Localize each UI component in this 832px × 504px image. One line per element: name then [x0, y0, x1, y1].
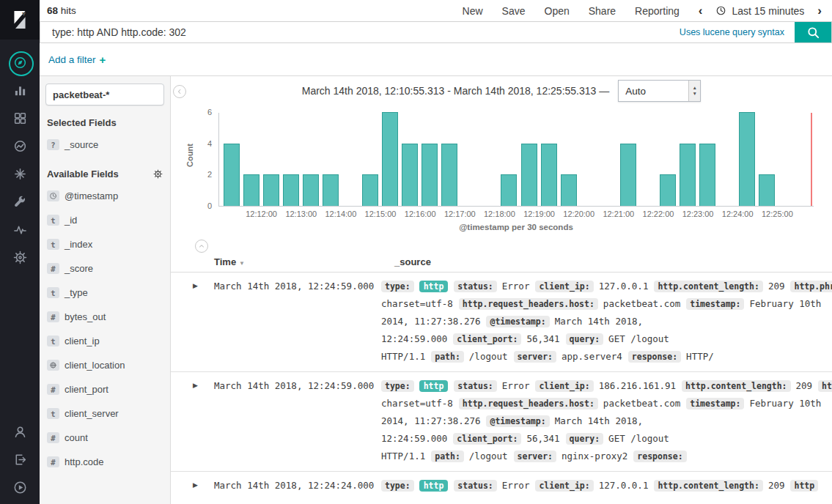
- field-item-_index[interactable]: t_index: [40, 232, 170, 256]
- search-button[interactable]: [795, 22, 831, 42]
- histogram-bar[interactable]: [382, 112, 398, 206]
- time-forward-icon[interactable]: ›: [817, 4, 822, 17]
- dashboard-icon[interactable]: [0, 104, 40, 132]
- source-column-header: _source: [394, 256, 431, 267]
- histogram-bar[interactable]: [561, 174, 577, 206]
- histogram-bar[interactable]: [501, 174, 517, 206]
- y-tick-label: 0: [171, 201, 212, 210]
- source-field-name: http.request_headers.host:: [459, 298, 598, 310]
- histogram-bar[interactable]: [283, 174, 299, 206]
- menu-reporting[interactable]: Reporting: [635, 5, 680, 17]
- rail-nav: [0, 48, 40, 271]
- available-fields-header: Available Fields: [47, 168, 163, 179]
- collapse-sidebar-button[interactable]: [173, 85, 186, 98]
- source-field-name: server:: [514, 451, 556, 462]
- expand-row-icon[interactable]: ▶: [193, 282, 198, 289]
- available-fields-label: Available Fields: [47, 168, 119, 179]
- field-type-t-icon: t: [47, 336, 59, 346]
- histogram-bar[interactable]: [541, 144, 557, 206]
- histogram-bar[interactable]: [303, 174, 319, 206]
- collapse-chart-button[interactable]: [195, 240, 208, 253]
- rail-bottom: [0, 418, 40, 504]
- time-column-header[interactable]: Time▼: [214, 256, 245, 267]
- histogram-bar[interactable]: [421, 144, 438, 206]
- histogram-bar[interactable]: [243, 174, 259, 206]
- interval-select[interactable]: Auto ▲ ▼: [618, 80, 701, 102]
- doc-table-body: ▶March 14th 2018, 12:24:59.000type:https…: [171, 273, 832, 500]
- machine-learning-icon[interactable]: [0, 160, 40, 188]
- discover-icon[interactable]: [0, 48, 40, 76]
- source-field-name: @timestamp:: [486, 316, 549, 327]
- add-filter-plus-icon[interactable]: +: [100, 53, 106, 66]
- field-name: _score: [65, 263, 93, 274]
- time-picker-label: Last 15 minutes: [732, 5, 804, 17]
- histogram-bar[interactable]: [680, 144, 696, 206]
- search-input[interactable]: [40, 22, 680, 42]
- field-item-_source[interactable]: ?_source: [40, 133, 170, 157]
- field-settings-gear-icon[interactable]: [153, 169, 163, 179]
- field-item-client_ip[interactable]: tclient_ip: [40, 329, 170, 353]
- expand-row-icon[interactable]: ▶: [193, 481, 198, 489]
- field-item-@timestamp[interactable]: @timestamp: [40, 184, 170, 208]
- field-item-count[interactable]: #count: [40, 426, 170, 450]
- histogram-bar[interactable]: [739, 112, 755, 206]
- monitoring-icon[interactable]: [0, 215, 40, 243]
- field-item-_score[interactable]: #_score: [40, 256, 170, 281]
- field-name: client_port: [65, 384, 108, 395]
- source-field-value: packetbeat.com: [603, 298, 680, 309]
- timelion-icon[interactable]: [0, 132, 40, 160]
- field-type-t-icon: t: [47, 215, 59, 226]
- menu-share[interactable]: Share: [589, 5, 616, 17]
- add-filter-link[interactable]: Add a filter: [48, 54, 96, 65]
- source-field-name: status:: [454, 480, 496, 492]
- index-pattern-selector[interactable]: packetbeat-* ▾: [45, 84, 164, 105]
- management-icon[interactable]: [0, 243, 40, 271]
- histogram-bar[interactable]: [224, 144, 240, 206]
- field-type-#-icon: #: [47, 432, 59, 443]
- menu-new[interactable]: New: [463, 5, 483, 17]
- histogram-bar[interactable]: [402, 144, 418, 206]
- field-item-client_server[interactable]: tclient_server: [40, 401, 170, 426]
- histogram-bar[interactable]: [620, 144, 636, 206]
- y-tick-label: 6: [171, 108, 212, 116]
- histogram-bar[interactable]: [441, 144, 457, 206]
- histogram-bar[interactable]: [699, 144, 715, 206]
- field-item-bytes_out[interactable]: #bytes_out: [40, 305, 170, 329]
- expand-icon[interactable]: [0, 473, 40, 501]
- histogram-bar[interactable]: [521, 144, 537, 206]
- field-type-clock-icon: [47, 190, 59, 201]
- field-name: client_location: [65, 360, 125, 371]
- lucene-syntax-link[interactable]: Uses lucene query syntax: [680, 27, 784, 37]
- time-picker[interactable]: Last 15 minutes: [715, 5, 804, 17]
- histogram-bar[interactable]: [759, 174, 775, 206]
- field-item-_id[interactable]: t_id: [40, 208, 170, 232]
- source-field-name: client_ip:: [535, 480, 593, 492]
- histogram-bar[interactable]: [263, 174, 279, 206]
- time-back-icon[interactable]: ‹: [699, 4, 703, 17]
- histogram-bar[interactable]: [362, 174, 378, 206]
- source-field-name: response:: [628, 351, 681, 363]
- field-item-client_port[interactable]: #client_port: [40, 377, 170, 401]
- source-field-value: HTTP/: [686, 351, 714, 362]
- source-field-value: 186.216.161.91: [599, 380, 676, 391]
- sort-desc-icon: ▼: [239, 260, 245, 267]
- doc-source: type:httpstatus:Errorclient_ip:186.216.1…: [381, 377, 823, 465]
- histogram-plot[interactable]: [218, 113, 814, 207]
- field-item-client_location[interactable]: client_location: [40, 353, 170, 377]
- hits-label: hits: [61, 5, 76, 16]
- histogram-bar[interactable]: [660, 174, 676, 206]
- logout-icon[interactable]: [0, 445, 40, 473]
- source-field-value: 127.0.0.1: [599, 480, 649, 491]
- dev-tools-icon[interactable]: [0, 188, 40, 215]
- menu-save[interactable]: Save: [502, 5, 526, 17]
- table-row: ▶March 14th 2018, 12:24:59.000type:https…: [171, 273, 832, 371]
- histogram-bar[interactable]: [323, 174, 339, 206]
- expand-row-icon[interactable]: ▶: [193, 382, 198, 389]
- visualize-icon[interactable]: [0, 76, 40, 104]
- user-icon[interactable]: [0, 418, 40, 445]
- field-item-http.code[interactable]: #http.code: [40, 450, 170, 474]
- kibana-logo[interactable]: [0, 0, 40, 40]
- menu-open[interactable]: Open: [545, 5, 570, 17]
- field-item-_type[interactable]: t_type: [40, 281, 170, 305]
- select-up-icon: ▲: [693, 86, 697, 91]
